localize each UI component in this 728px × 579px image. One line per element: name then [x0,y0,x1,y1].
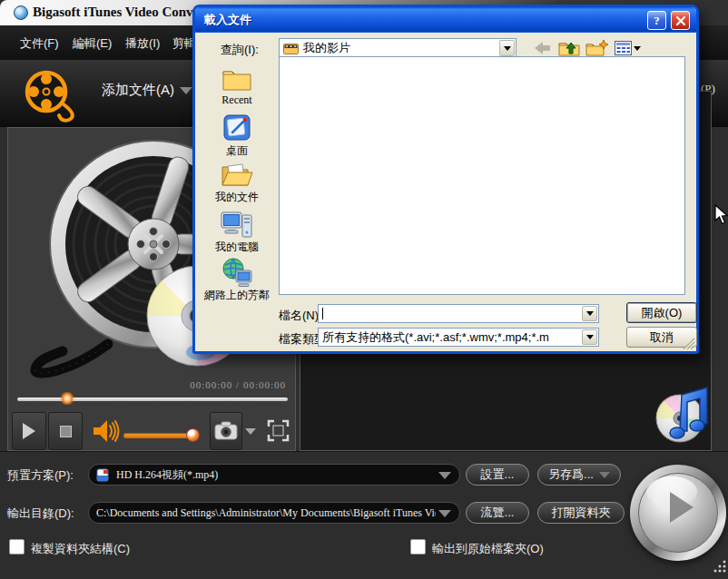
preset-label: 預置方案(P): [7,467,74,484]
save-as-button[interactable]: 另存爲... [537,464,621,486]
add-files-button[interactable]: 添加文件(A) [102,82,174,99]
output-to-source-label: 輸出到原始檔案夾(O) [432,541,544,557]
place-network[interactable]: 網路上的芳鄰 [199,258,275,303]
desktop-icon [221,113,252,142]
menu-play[interactable]: 播放(I) [125,35,160,52]
volume-thumb[interactable] [186,428,200,442]
dialog-resize-grip[interactable] [683,338,695,350]
file-type-dropdown[interactable] [582,329,597,345]
view-menu-icon[interactable] [615,41,632,55]
place-label: 網路上的芳鄰 [199,288,275,303]
help-icon: ? [654,14,660,28]
stop-icon [60,426,72,437]
text-caret [322,308,323,319]
settings-button[interactable]: 設置... [466,464,529,486]
close-icon [675,15,686,26]
preset-combo[interactable]: HD H.264視頻(*.mp4) [88,464,460,486]
dropdown-arrow-icon [586,311,594,316]
file-type-value: 所有支持的格式(*.avi;*.asf;*.wmv;*.mp4;*.m [322,329,549,346]
place-recent[interactable]: Recent [199,65,275,107]
my-computer-icon [221,210,253,239]
window-resize-grip[interactable] [713,560,727,574]
open-folder-button[interactable]: 打開資料夾 [537,502,625,524]
dropdown-arrow-icon [504,46,511,51]
file-name-label: 檔名(N): [279,308,322,324]
seek-bar[interactable] [17,397,288,401]
file-name-input[interactable] [318,304,599,323]
play-button[interactable] [12,412,46,450]
place-label: 我的文件 [199,190,275,205]
output-bar: 預置方案(P): HD H.264視頻(*.mp4) 設置... 另存爲... … [0,451,728,579]
browse-button[interactable]: 流覽... [466,502,529,524]
menu-edit[interactable]: 編輯(E) [73,35,112,52]
file-list-box[interactable] [279,56,685,295]
copy-structure-checkbox[interactable] [9,539,25,554]
new-folder-icon[interactable] [585,39,609,57]
fullscreen-icon[interactable] [266,418,290,443]
save-as-dropdown-icon [599,472,610,478]
help-button[interactable]: ? [647,11,666,30]
preset-file-icon [96,468,110,482]
load-file-dialog: 載入文件 ? 查詢(I): 我的影片 [192,5,699,354]
stop-button[interactable] [48,412,83,450]
place-desktop[interactable]: 桌面 [199,113,275,159]
dropdown-arrow-icon [586,335,594,339]
snapshot-dropdown[interactable] [242,412,259,450]
convert-button[interactable] [630,465,726,561]
mouse-cursor [714,204,728,226]
save-as-label: 另存爲... [548,466,594,483]
look-in-value: 我的影片 [303,40,350,56]
view-menu-arrow-icon[interactable] [634,46,641,51]
close-button[interactable] [671,11,690,30]
up-one-level-icon[interactable] [558,39,580,57]
seek-thumb[interactable] [59,392,75,405]
preset-dropdown-icon [438,472,451,479]
look-in-combo[interactable]: 我的影片 [279,38,516,58]
file-type-combo[interactable]: 所有支持的格式(*.avi;*.asf;*.wmv;*.mp4;*.m [318,328,599,347]
playback-time: 00:00:00 / 00:00:00 [190,379,286,390]
file-name-dropdown[interactable] [582,306,597,321]
film-reel-icon[interactable] [22,67,82,123]
output-dir-dropdown-icon [438,510,451,517]
add-files-dropdown-icon[interactable] [180,87,192,94]
output-dir-label: 輸出目錄(D): [7,505,74,522]
place-label: 我的電腦 [199,240,275,255]
output-dir-combo[interactable]: C:\Documents and Settings\Administrator\… [88,502,460,524]
place-my-documents[interactable]: 我的文件 [199,162,275,205]
dialog-title: 載入文件 [204,12,251,28]
my-videos-icon [283,42,299,54]
open-button[interactable]: 開啟(O) [626,302,697,323]
speaker-icon[interactable] [92,418,121,444]
dialog-titlebar[interactable]: 載入文件 ? [195,7,696,33]
dialog-body: 查詢(I): 我的影片 [195,33,696,351]
place-my-computer[interactable]: 我的電腦 [199,210,275,255]
recent-folder-icon [221,65,252,93]
look-in-label: 查詢(I): [221,42,259,58]
app-icon [14,5,28,20]
look-in-dropdown[interactable] [499,40,515,56]
preset-value: HD H.264視頻(*.mp4) [116,467,218,483]
network-places-icon [221,258,253,287]
snapshot-button[interactable] [210,412,242,450]
output-dir-value: C:\Documents and Settings\Administrator\… [96,506,436,520]
copy-structure-label: 複製資料夾結構(C) [31,541,130,557]
convert-play-icon [670,492,694,523]
menu-file[interactable]: 文件(F) [20,35,59,52]
back-icon[interactable] [533,41,551,55]
itunes-watermark-icon [654,382,716,447]
play-icon [23,423,35,439]
camera-icon [214,421,238,441]
my-documents-icon [221,162,253,189]
place-label: 桌面 [199,143,275,159]
place-label: Recent [199,93,275,107]
output-to-source-checkbox[interactable] [410,539,426,554]
chevron-down-icon [245,428,256,435]
